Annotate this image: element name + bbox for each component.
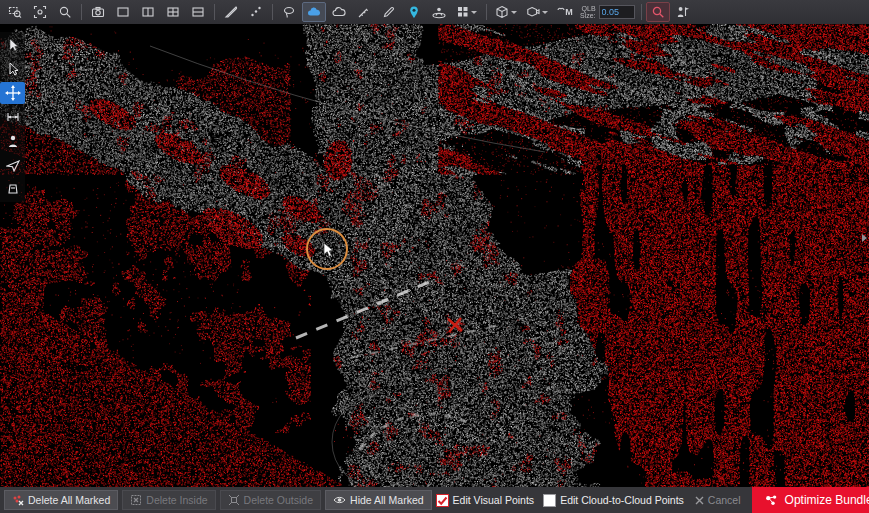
location-pin-icon [407, 5, 421, 19]
camera-button[interactable] [86, 2, 110, 22]
fly-navigate-button[interactable] [0, 154, 25, 176]
cloud-m-icon [557, 7, 565, 17]
layout-columns-button[interactable] [136, 2, 160, 22]
knife-icon [224, 5, 238, 19]
view-cube-button[interactable] [491, 2, 521, 22]
delete-marked-icon [12, 494, 24, 506]
hide-all-marked-button[interactable]: Hide All Marked [325, 490, 432, 510]
person-icon [6, 134, 20, 148]
checkbox-label: Edit Visual Points [453, 494, 535, 506]
cube-camera-icon [526, 5, 540, 19]
zoom-region-icon [8, 5, 22, 19]
button-label: Hide All Marked [350, 494, 424, 506]
find-button[interactable] [646, 2, 670, 22]
navigate-move-button[interactable] [0, 82, 25, 104]
chevron-down-icon [511, 11, 517, 14]
layout-rows-button[interactable] [186, 2, 210, 22]
optimize-label: Optimize Bundle [785, 493, 869, 507]
cancel-label: Cancel [708, 494, 741, 506]
user-location-button[interactable] [671, 2, 695, 22]
lasso-icon [282, 5, 296, 19]
right-panel-toggle[interactable] [862, 234, 867, 242]
measure-icon [6, 110, 20, 124]
cloud-icon [307, 5, 321, 19]
cancel-button[interactable]: Cancel [693, 494, 743, 506]
select-cursor-alt-button[interactable] [0, 58, 25, 80]
layout-columns-icon [141, 5, 155, 19]
eye-icon [333, 494, 346, 506]
orbit-view-button[interactable] [427, 2, 451, 22]
pen-button[interactable] [377, 2, 401, 22]
delete-outside-button[interactable]: Delete Outside [220, 490, 321, 510]
layout-single-button[interactable] [111, 2, 135, 22]
qlb-size-group: QLB Size: [580, 5, 635, 20]
point-cloud-canvas[interactable] [0, 24, 869, 487]
user-flag-icon [676, 5, 690, 19]
zoom-button[interactable] [53, 2, 77, 22]
app-window: M QLB Size: [0, 0, 869, 513]
edit-visual-points-checkbox[interactable]: Edit Visual Points [436, 494, 535, 507]
person-view-button[interactable] [0, 130, 25, 152]
left-toolbar [0, 32, 25, 202]
jug-icon [6, 182, 20, 196]
checkbox-unchecked-icon[interactable] [543, 494, 556, 507]
measure-button[interactable] [0, 106, 25, 128]
mouse-cursor [323, 242, 335, 258]
chevron-down-icon [542, 11, 548, 14]
cursor-outline-icon [6, 62, 20, 76]
ruler-button[interactable] [352, 2, 376, 22]
delete-all-marked-button[interactable]: Delete All Marked [4, 490, 118, 510]
lasso-button[interactable] [277, 2, 301, 22]
edit-cloud-to-cloud-checkbox[interactable]: Edit Cloud-to-Cloud Points [543, 494, 684, 507]
cloud-upload-button[interactable] [327, 2, 351, 22]
camera-icon [91, 5, 105, 19]
viewport[interactable] [0, 24, 869, 487]
qlb-size-input[interactable] [599, 5, 635, 19]
layout-grid-button[interactable] [161, 2, 185, 22]
toolbar-separator [214, 4, 215, 20]
button-label: Delete All Marked [28, 494, 110, 506]
select-cursor-button[interactable] [0, 34, 25, 56]
paper-plane-icon [6, 158, 20, 172]
layout-rows-icon [191, 5, 205, 19]
m-label: M [565, 7, 573, 17]
sample-tool-button[interactable] [0, 178, 25, 200]
snap-m-button[interactable]: M [553, 2, 577, 22]
qlb-size-label: QLB Size: [580, 5, 596, 20]
orbit-person-icon [431, 5, 447, 19]
cursor-icon [6, 38, 20, 52]
grid-menu-icon [457, 6, 469, 18]
location-pin-button[interactable] [402, 2, 426, 22]
cloud-display-button[interactable] [302, 2, 326, 22]
view-camera-button[interactable] [522, 2, 552, 22]
toolbar-separator [641, 4, 642, 20]
ruler-icon [357, 5, 371, 19]
chevron-down-icon [471, 11, 477, 14]
top-toolbar: M QLB Size: [0, 0, 869, 24]
button-label: Delete Outside [244, 494, 313, 506]
bottom-right-group: Edit Visual Points Edit Cloud-to-Cloud P… [436, 487, 869, 513]
cube-icon [495, 5, 509, 19]
mark-points-button[interactable] [244, 2, 268, 22]
layout-grid-icon [166, 5, 180, 19]
zoom-region-button[interactable] [3, 2, 27, 22]
delete-outside-icon [228, 494, 240, 506]
move-arrows-icon [5, 85, 21, 101]
cloud-upload-icon [332, 5, 346, 19]
toolbar-separator [486, 4, 487, 20]
zoom-extents-icon [33, 5, 47, 19]
toolbar-separator [81, 4, 82, 20]
mark-knife-button[interactable] [219, 2, 243, 22]
delete-inside-button[interactable]: Delete Inside [122, 490, 215, 510]
checkbox-checked-icon[interactable] [436, 494, 449, 507]
layout-single-icon [116, 5, 130, 19]
close-icon [695, 496, 704, 505]
bottom-bar: Delete All Marked Delete Inside Delete O… [0, 487, 869, 513]
bundle-icon [764, 493, 779, 507]
pen-icon [382, 5, 396, 19]
grid-menu-button[interactable] [452, 2, 482, 22]
optimize-bundle-button[interactable]: Optimize Bundle [752, 487, 869, 513]
zoom-extents-button[interactable] [28, 2, 52, 22]
points-icon [249, 5, 263, 19]
find-icon [651, 5, 665, 19]
